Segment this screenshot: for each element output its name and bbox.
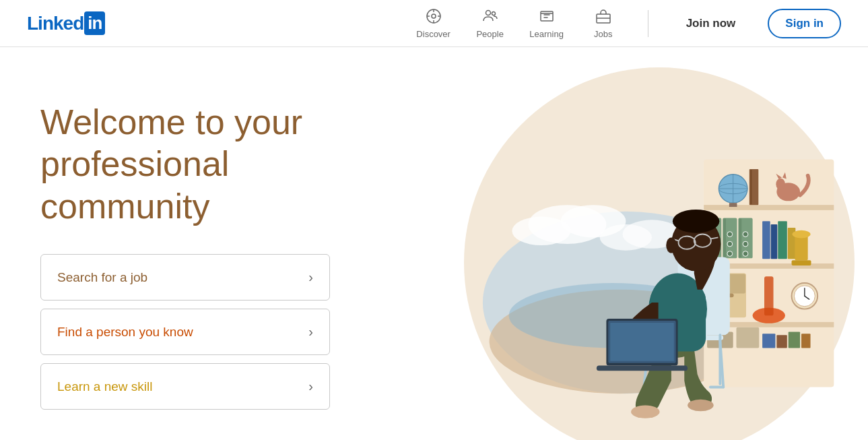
people-icon bbox=[482, 8, 498, 27]
svg-point-44 bbox=[727, 232, 733, 237]
main-nav: Discover People Learning bbox=[416, 8, 841, 39]
svg-rect-89 bbox=[597, 366, 688, 371]
svg-rect-71 bbox=[801, 334, 811, 348]
learn-skill-label: Learn a new skill bbox=[57, 379, 153, 394]
svg-rect-70 bbox=[789, 332, 800, 348]
svg-rect-67 bbox=[736, 327, 759, 348]
hero-illustration bbox=[417, 94, 848, 440]
svg-point-81 bbox=[631, 406, 659, 418]
headline-line2: professional community bbox=[40, 144, 229, 225]
svg-point-49 bbox=[743, 251, 748, 257]
nav-jobs[interactable]: Jobs bbox=[586, 8, 621, 39]
action-cards: Search for a job › Find a person you kno… bbox=[40, 254, 330, 410]
svg-point-97 bbox=[666, 237, 676, 253]
nav-jobs-label: Jobs bbox=[594, 29, 612, 39]
logo[interactable]: Linkedin bbox=[27, 11, 105, 35]
svg-rect-52 bbox=[778, 221, 787, 259]
nav-learning-label: Learning bbox=[529, 29, 564, 39]
header: Linkedin Discover bbox=[0, 0, 868, 47]
chevron-icon-1: › bbox=[308, 270, 313, 285]
nav-divider bbox=[648, 10, 648, 37]
search-job-label: Search for a job bbox=[57, 270, 147, 285]
svg-point-56 bbox=[793, 230, 811, 239]
find-person-label: Find a person you know bbox=[57, 325, 193, 340]
svg-rect-55 bbox=[792, 260, 811, 265]
nav-learning[interactable]: Learning bbox=[529, 8, 564, 39]
svg-rect-28 bbox=[729, 203, 737, 207]
logo-text: Linked bbox=[27, 13, 84, 34]
left-panel: Welcome to your professional community S… bbox=[40, 88, 391, 410]
svg-rect-88 bbox=[610, 323, 674, 361]
svg-point-7 bbox=[492, 11, 495, 15]
svg-rect-69 bbox=[776, 335, 787, 348]
svg-rect-40 bbox=[739, 218, 741, 257]
svg-point-48 bbox=[743, 241, 748, 247]
chevron-icon-2: › bbox=[308, 324, 313, 340]
nav-people-label: People bbox=[476, 29, 503, 39]
svg-point-91 bbox=[673, 210, 720, 233]
nav-discover[interactable]: Discover bbox=[416, 8, 451, 39]
headline: Welcome to your professional community bbox=[40, 101, 377, 227]
headline-line1: Welcome to your bbox=[40, 102, 302, 142]
search-job-card[interactable]: Search for a job › bbox=[40, 254, 330, 301]
nav-discover-label: Discover bbox=[416, 29, 450, 39]
svg-point-47 bbox=[743, 232, 748, 237]
svg-point-45 bbox=[727, 241, 733, 247]
chevron-icon-3: › bbox=[308, 379, 313, 394]
svg-rect-8 bbox=[541, 11, 553, 21]
svg-point-46 bbox=[727, 251, 733, 257]
sign-in-button[interactable]: Sign in bbox=[768, 9, 841, 38]
svg-rect-38 bbox=[723, 218, 726, 257]
main-content: Welcome to your professional community S… bbox=[0, 47, 868, 440]
svg-point-82 bbox=[688, 400, 714, 411]
discover-icon bbox=[426, 8, 442, 27]
jobs-icon bbox=[595, 8, 611, 27]
find-person-card[interactable]: Find a person you know › bbox=[40, 309, 330, 355]
learning-icon bbox=[539, 8, 555, 27]
join-now-button[interactable]: Join now bbox=[675, 11, 747, 36]
svg-point-1 bbox=[432, 14, 436, 18]
logo-in: in bbox=[84, 11, 105, 35]
svg-rect-30 bbox=[750, 170, 752, 204]
svg-rect-61 bbox=[764, 276, 774, 315]
svg-rect-21 bbox=[704, 205, 834, 210]
svg-rect-68 bbox=[762, 334, 775, 348]
nav-people[interactable]: People bbox=[473, 8, 508, 39]
svg-point-16 bbox=[512, 217, 570, 245]
svg-rect-51 bbox=[771, 224, 778, 259]
svg-rect-50 bbox=[762, 221, 770, 259]
illustration-area bbox=[404, 88, 828, 440]
svg-point-32 bbox=[776, 179, 785, 190]
svg-point-6 bbox=[486, 10, 490, 15]
learn-skill-card[interactable]: Learn a new skill › bbox=[40, 363, 330, 410]
